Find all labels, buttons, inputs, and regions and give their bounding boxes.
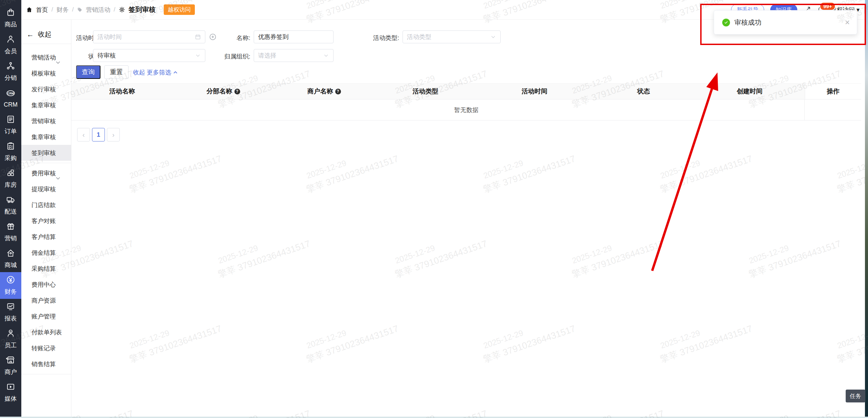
sub-sidebar: ← 收起 营销活动模板审核发行审核集章审核营销审核集章审核签到审核费用审核提现审… [21,20,71,417]
finance-icon [6,275,15,286]
breadcrumb-home[interactable]: 首页 [36,6,48,14]
column-header-label: 操作 [827,87,840,96]
search-button[interactable]: 查询 [76,65,100,79]
submenu-item-集章审核[interactable]: 集章审核 [21,97,71,113]
column-header-活动类型: 活动类型 [374,84,476,99]
mall-icon [6,248,15,259]
submenu-divider [21,374,71,374]
activity-time-placeholder: 活动时间 [97,33,195,41]
sidebar-item-merchant[interactable]: 商户 [0,352,21,379]
column-header-创建时间: 创建时间 [694,84,805,99]
home-icon[interactable] [26,6,32,13]
sidebar-item-report[interactable]: 报表 [0,299,21,326]
submenu-item-提现审核[interactable]: 提现审核 [21,181,71,197]
column-header-label: 状态 [637,87,650,96]
task-tab[interactable]: 任务 [846,390,865,402]
submenu-item-采购结算[interactable]: 采购结算 [21,261,71,277]
sidebar-item-label: 媒体 [5,395,17,403]
table-empty-row: 暂无数据 [71,100,861,120]
submenu-group-营销活动[interactable]: 营销活动 [21,49,71,65]
breadcrumb-separator: / [114,6,115,13]
sidebar-item-crm[interactable]: CRMCRM [0,85,21,112]
activity-time-input[interactable]: 活动时间 [93,30,205,43]
sidebar-item-order[interactable]: 订单 [0,112,21,138]
chevron-down-icon [323,52,329,59]
fixed-column-divider [804,100,805,120]
sidebar-item-member[interactable]: 会员 [0,31,21,58]
delivery-icon [6,195,15,206]
column-header-分部名称: 分部名称? [173,84,274,99]
sidebar-item-label: 采购 [5,154,17,162]
status-select[interactable]: 待审核 [93,49,205,62]
help-icon[interactable]: ? [335,89,341,94]
submenu-item-模板审核[interactable]: 模板审核 [21,65,71,81]
submenu-label: 费用审核 [31,169,56,177]
sidebar-item-mall[interactable]: 商城 [0,245,21,272]
help-icon[interactable]: ? [234,89,240,94]
submenu-item-客户结算[interactable]: 客户结算 [21,229,71,245]
submenu-item-销售结算[interactable]: 销售结算 [21,356,71,372]
submenu-label: 模板审核 [31,69,56,78]
submenu-item-佣金结算[interactable]: 佣金结算 [21,245,71,261]
success-toast: 审核成功 ✕ [714,10,857,35]
reset-button[interactable]: 重置 [104,65,129,79]
chevron-down-icon [61,171,66,175]
submenu-item-费用中心[interactable]: 费用中心 [21,277,71,292]
submenu-item-签到审核[interactable]: 签到审核 [21,145,71,161]
breadcrumb-separator: / [72,6,74,13]
report-icon [6,302,15,313]
sidebar-item-share[interactable]: 分销 [0,58,21,85]
submenu-item-营销审核[interactable]: 营销审核 [21,113,71,129]
sidebar-item-gift[interactable]: 营销 [0,219,21,245]
check-circle-icon [722,19,730,26]
submenu-item-转账记录[interactable]: 转账记录 [21,340,71,356]
column-header-label: 活动类型 [413,87,438,96]
submenu-label: 客户对账 [31,217,56,225]
submenu-group-费用审核[interactable]: 费用审核 [21,165,71,181]
toast-close-icon[interactable]: ✕ [845,19,850,26]
name-input[interactable] [258,34,329,41]
sidebar-item-label: 商品 [5,20,17,28]
breadcrumb: 首页 / 财务 / 营销活动 / 签到审核 越权访问 [26,4,195,15]
sidebar-item-label: 商户 [5,368,17,376]
submenu-item-客户对账[interactable]: 客户对账 [21,213,71,229]
page-1-button[interactable]: 1 [92,128,105,141]
submenu-item-商户资源[interactable]: 商户资源 [21,292,71,308]
submenu-item-集章审核[interactable]: 集章审核 [21,129,71,145]
crm-icon: CRM [6,89,15,100]
chevron-up-icon [173,70,178,75]
toast-message: 审核成功 [734,18,840,27]
submenu-item-账户管理[interactable]: 账户管理 [21,308,71,324]
warehouse-icon [6,168,15,179]
bag-icon [6,8,15,19]
next-page-button[interactable]: › [107,128,120,141]
breadcrumb-marketing[interactable]: 营销活动 [86,6,110,14]
collapse-more-filters-link[interactable]: 收起 更多筛选 [133,68,178,76]
sidebar-item-finance[interactable]: 财务 [0,272,21,299]
column-header-活动名称: 活动名称 [71,84,173,99]
column-header-状态: 状态 [593,84,694,99]
sidebar-item-delivery[interactable]: 配送 [0,192,21,219]
submenu-label: 佣金结算 [31,249,56,257]
submenu-label: 商户资源 [31,296,56,305]
order-icon [6,115,15,126]
sidebar-item-bag[interactable]: 商品 [0,5,21,31]
app-sidebar: 商品会员分销CRMCRM订单采购库房配送营销商城财务报表员工商户媒体 [0,0,21,417]
breadcrumb-finance[interactable]: 财务 [56,6,69,14]
sidebar-item-media[interactable]: 媒体 [0,379,21,406]
activity-type-select[interactable]: 活动类型 [403,30,501,43]
sidebar-item-purchase[interactable]: 采购 [0,138,21,165]
sidebar-item-label: 订单 [5,127,17,135]
sidebar-item-warehouse[interactable]: 库房 [0,165,21,192]
sidebar-item-label: 库房 [5,181,17,189]
sidebar-item-staff[interactable]: 员工 [0,326,21,352]
submenu-item-门店结款[interactable]: 门店结款 [21,197,71,213]
prev-page-button[interactable]: ‹ [77,128,90,141]
tag-icon [77,7,83,13]
add-time-range-icon[interactable] [209,33,217,41]
submenu-item-付款单列表[interactable]: 付款单列表 [21,324,71,340]
org-select[interactable]: 请选择 [254,49,334,62]
collapse-menu-button[interactable]: ← 收起 [21,25,71,44]
submenu-item-发行审核[interactable]: 发行审核 [21,81,71,97]
share-icon [6,61,15,72]
